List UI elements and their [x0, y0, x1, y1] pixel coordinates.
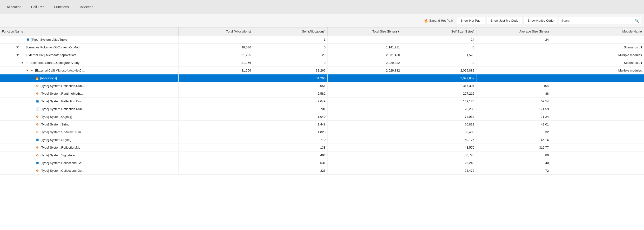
orange-gear-icon: ⚙ — [35, 168, 40, 173]
self-size-cell: 139,176 — [402, 97, 476, 105]
module-cell: Scenarios.dll — [551, 59, 644, 66]
table-row[interactable]: ⚙ [Type] System.RuntimeMeth… 2,582227,21… — [0, 90, 644, 97]
avg-size-cell: 71.24 — [476, 113, 551, 120]
table-row[interactable]: Scenarios.PokemonDbContext.OnMod… 18,080… — [0, 43, 644, 51]
fn-name: [Type] System.Reflection.Run… — [40, 84, 85, 88]
col-header-self-alloc[interactable]: Self (Allocations) — [253, 27, 328, 36]
col-header-fn[interactable]: Function Name — [0, 27, 179, 36]
fn-cell: ▣ [Type] System.SByte[] — [0, 136, 179, 144]
total-size-cell — [328, 113, 402, 120]
table-row[interactable]: 📄 [Type] System.Reflection.Run… 701120,2… — [0, 105, 644, 113]
expand-arrow[interactable] — [31, 77, 33, 79]
self-alloc-cell: 770 — [253, 136, 328, 144]
table-row[interactable]: ⚙ [Type] System.Collections.Ge… 32623,47… — [0, 167, 644, 174]
col-header-module[interactable]: Module Name — [551, 27, 644, 36]
table-row[interactable]: ▣ [Type] System.Collections.Ge… 63125,24… — [0, 159, 644, 167]
expand-hot-path-button[interactable]: 🔥 Expand Hot Path — [422, 18, 455, 24]
avg-size-cell: 40 — [476, 159, 551, 167]
fn-name: [Allocations] — [40, 76, 57, 80]
table-row[interactable]: ↵ [External Call] Microsoft.AspNetC… 31,… — [0, 66, 644, 74]
fn-cell: ▣ [Type] System.Reflection.Cus… — [0, 97, 179, 105]
table-row[interactable]: ⚙ [Type] System.SZArrayEnum… 1,82558,400… — [0, 128, 644, 136]
show-native-code-button[interactable]: Show Native Code — [524, 17, 557, 24]
total-size-cell — [328, 159, 402, 167]
fn-name: [Type] System.String — [40, 123, 70, 126]
table-row[interactable]: ⚙ [Type] System.Reflection.Me… 13843,576… — [0, 144, 644, 151]
total-size-cell: 2,029,882 — [328, 59, 402, 66]
fn-name: [Type] System.SZArrayEnum… — [40, 130, 84, 134]
self-size-cell: 24 — [402, 36, 476, 43]
total-alloc-cell — [179, 90, 253, 97]
col-header-total-size[interactable]: Total Size (Bytes)▼ — [328, 27, 402, 36]
expand-arrow[interactable] — [21, 62, 24, 64]
total-alloc-cell — [179, 128, 253, 136]
fn-cell: ⚙ [Type] System.Reflection.Run… — [0, 82, 179, 90]
fn-cell: ⚙ [Type] System.Object[] — [0, 113, 179, 120]
blue-bracket-icon: ▣ — [35, 99, 40, 103]
avg-size-cell: 42.01 — [476, 120, 551, 128]
tab-call-tree[interactable]: Call Tree — [26, 0, 50, 14]
total-size-cell — [328, 74, 402, 82]
col-header-avg-size[interactable]: Average Size (Bytes) — [476, 27, 551, 36]
expand-arrow[interactable] — [26, 70, 28, 71]
total-alloc-cell: 18,080 — [179, 43, 253, 51]
total-size-cell — [328, 167, 402, 174]
fire-icon: 🔥 — [424, 19, 428, 23]
search-box: 🔍 — [559, 17, 641, 24]
toolbar: 🔥 Expand Hot Path Show Hot Path Show Jus… — [0, 14, 644, 27]
fn-name: [Type] System.Collections.Ge… — [40, 169, 85, 173]
show-just-my-code-button[interactable]: Show Just My Code — [487, 17, 522, 24]
col-header-self-size[interactable]: Self Size (Bytes) — [402, 27, 476, 36]
fn-name: [Type] System.Object[] — [40, 115, 72, 118]
table-row[interactable]: ⚙ [Type] System.Object[] 1,04074,08871.2… — [0, 113, 644, 120]
total-size-cell — [328, 82, 402, 90]
module-cell — [551, 113, 644, 120]
self-alloc-cell: 29 — [253, 51, 328, 59]
module-cell — [551, 128, 644, 136]
generic-icon — [20, 45, 24, 49]
total-size-cell — [328, 105, 402, 113]
fn-cell: ↵ [External Call] Microsoft.AspNetC… — [0, 66, 179, 74]
self-alloc-cell: 31,266 — [253, 66, 328, 74]
expand-hot-path-label: Expand Hot Path — [430, 19, 453, 22]
table-row[interactable]: ▣ [Type] System.Reflection.Cus… 2,649139… — [0, 97, 644, 105]
table-row[interactable]: ↵ [External Call] Microsoft.AspNetCore.…… — [0, 51, 644, 59]
tab-allocation[interactable]: Allocation — [2, 0, 26, 14]
table-row[interactable]: ▣ [Type] System.ValueTuple 12424 — [0, 36, 644, 43]
total-alloc-cell: 31,266 — [179, 59, 253, 66]
fn-cell: Scenarios.PokemonDbContext.OnMod… — [0, 43, 179, 51]
expand-arrow[interactable] — [16, 54, 19, 56]
table-row[interactable]: ⚙ [Type] System.Reflection.Run… 3,051317… — [0, 82, 644, 90]
self-size-cell: 0 — [402, 43, 476, 51]
hotpath-icon: ↵ — [25, 60, 30, 65]
tab-functions[interactable]: Functions — [50, 0, 74, 14]
total-size-cell — [328, 90, 402, 97]
total-alloc-cell — [179, 113, 253, 120]
table-row[interactable]: ↵ Scenarios.Startup.Configure.Anony… 31,… — [0, 59, 644, 66]
avg-size-cell: 315.77 — [476, 144, 551, 151]
orange-gear-icon: ⚙ — [35, 91, 40, 96]
module-cell — [551, 136, 644, 144]
table-row[interactable]: ▣ [Type] System.SByte[] 77050,17665.16 — [0, 136, 644, 144]
tab-collection[interactable]: Collection — [74, 0, 98, 14]
self-size-cell: 25,240 — [402, 159, 476, 167]
fn-name: [Type] System.Reflection.Me… — [40, 146, 84, 149]
expand-arrow[interactable] — [16, 46, 19, 48]
tab-bar: Allocation Call Tree Functions Collectio… — [0, 0, 644, 14]
search-input[interactable] — [561, 19, 635, 22]
self-size-cell: 43,576 — [402, 144, 476, 151]
self-alloc-cell: 0 — [253, 59, 328, 66]
table-row[interactable]: 🔥 [Allocations] 31,2662,029,882 — [0, 74, 644, 82]
self-size-cell: 2,029,882 — [402, 74, 476, 82]
show-hot-path-button[interactable]: Show Hot Path — [457, 17, 485, 24]
total-size-cell — [328, 36, 402, 43]
module-cell — [551, 90, 644, 97]
orange-gear-icon: ⚙ — [35, 130, 40, 134]
table-row[interactable]: ⚙ [Type] System.Signature 48438,72080 — [0, 151, 644, 159]
fn-cell: ↵ Scenarios.Startup.Configure.Anony… — [0, 59, 179, 66]
module-cell — [551, 151, 644, 159]
col-header-total-alloc[interactable]: Total (Allocations) — [179, 27, 253, 36]
blue-bracket-icon: ▣ — [26, 37, 30, 42]
table-row[interactable]: ⚙ [Type] System.String 1,44860,83242.01 — [0, 120, 644, 128]
total-alloc-cell — [179, 144, 253, 151]
